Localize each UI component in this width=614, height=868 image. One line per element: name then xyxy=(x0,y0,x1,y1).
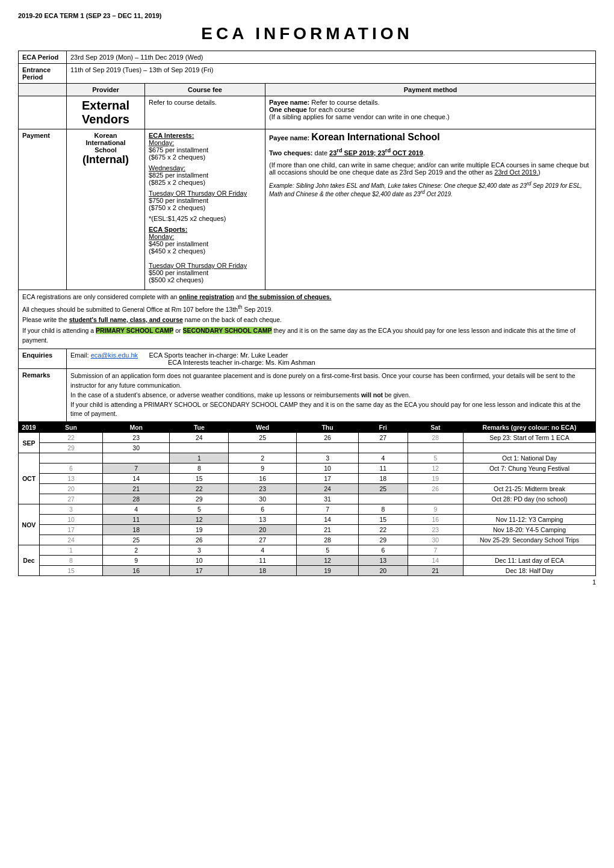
cal-cell xyxy=(229,443,297,453)
oct-row-3: 13 14 15 16 17 18 19 xyxy=(19,474,596,484)
cal-cell: 5 xyxy=(170,504,229,515)
cal-cell: 28 xyxy=(408,433,463,443)
external-vendor-row: External Vendors Refer to course details… xyxy=(19,96,596,129)
cal-remark: Oct 28: PD day (no school) xyxy=(464,494,596,504)
cal-cell: 7 xyxy=(408,545,463,556)
cal-cell: 20 xyxy=(40,484,103,494)
remarks-content: Submission of an application form does n… xyxy=(67,369,596,422)
cal-cell xyxy=(359,443,408,453)
cal-cell: 1 xyxy=(40,545,103,556)
page-number: 1 xyxy=(18,578,596,586)
cal-remark: Nov 11-12: Y3 Camping xyxy=(464,515,596,525)
col-wed: Wed xyxy=(229,423,297,433)
enquiries-label: Enquiries xyxy=(19,349,67,369)
cal-cell: 30 xyxy=(103,443,170,453)
remarks-label: Remarks xyxy=(19,369,67,422)
cal-cell: 17 xyxy=(170,566,229,576)
payment-label: Payment xyxy=(19,129,67,290)
cal-cell xyxy=(170,443,229,453)
cal-cell: 29 xyxy=(359,535,408,545)
col-mon: Mon xyxy=(103,423,170,433)
cal-cell: 10 xyxy=(297,463,359,474)
cal-cell: 13 xyxy=(359,556,408,566)
cal-cell: 24 xyxy=(170,433,229,443)
cal-cell: 3 xyxy=(297,453,359,463)
nov-row-3: 17 18 19 20 21 22 23 Nov 18-20: Y4-5 Cam… xyxy=(19,525,596,535)
oct-row-4: 20 21 22 23 24 25 26 Oct 21-25: Midterm … xyxy=(19,484,596,494)
cal-cell: 31 xyxy=(297,494,359,504)
cal-cell: 18 xyxy=(103,525,170,535)
cal-cell: 25 xyxy=(103,535,170,545)
cal-cell: 12 xyxy=(297,556,359,566)
cal-remark xyxy=(464,443,596,453)
cal-cell: 9 xyxy=(229,463,297,474)
cal-cell: 19 xyxy=(170,525,229,535)
cal-cell: 8 xyxy=(170,463,229,474)
cal-cell: 27 xyxy=(359,433,408,443)
cal-cell: 29 xyxy=(40,443,103,453)
cal-cell: 10 xyxy=(170,556,229,566)
cal-cell xyxy=(297,443,359,453)
cal-cell: 1 xyxy=(170,453,229,463)
cal-cell: 15 xyxy=(170,474,229,484)
cal-cell: 3 xyxy=(40,504,103,515)
col-headers-row: Provider Course fee Payment method xyxy=(19,84,596,96)
cal-remark: Dec 18: Half Day xyxy=(464,566,596,576)
cal-cell: 5 xyxy=(408,453,463,463)
cal-cell: 25 xyxy=(229,433,297,443)
payment-method-header: Payment method xyxy=(265,84,596,96)
cal-cell: 10 xyxy=(40,515,103,525)
col-sun: Sun xyxy=(40,423,103,433)
nov-row-1: NOV 3 4 5 6 7 8 9 xyxy=(19,504,596,515)
entrance-period-label: Entrance Period xyxy=(19,64,67,84)
cal-cell: 11 xyxy=(359,463,408,474)
cal-cell xyxy=(408,443,463,453)
cal-cell: 28 xyxy=(103,494,170,504)
sep-label: SEP xyxy=(19,433,40,453)
dec-row-1: Dec 1 2 3 4 5 6 7 xyxy=(19,545,596,556)
cal-remark: Sep 23: Start of Term 1 ECA xyxy=(464,433,596,443)
col-tue: Tue xyxy=(170,423,229,433)
doc-title: ECA INFORMATION xyxy=(18,24,596,43)
cal-remark: Oct 21-25: Midterm break xyxy=(464,484,596,494)
cal-cell: 29 xyxy=(170,494,229,504)
cal-cell: 19 xyxy=(297,566,359,576)
cal-cell: 5 xyxy=(297,545,359,556)
korean-provider: Korean International School (Internal) xyxy=(67,129,145,290)
cal-cell: 8 xyxy=(40,556,103,566)
col-thu: Thu xyxy=(297,423,359,433)
cal-cell: 16 xyxy=(103,566,170,576)
cal-cell: 26 xyxy=(170,535,229,545)
cal-cell: 27 xyxy=(229,535,297,545)
enquiries-sports: ECA Sports teacher in-charge: Mr. Luke L… xyxy=(149,352,288,359)
cal-cell: 6 xyxy=(359,545,408,556)
cal-cell: 26 xyxy=(297,433,359,443)
oct-label: OCT xyxy=(19,453,40,504)
cal-cell: 20 xyxy=(359,566,408,576)
cal-cell: 25 xyxy=(359,484,408,494)
enquiries-row: Enquiries Email: eca@kis.edu.hk ECA Spor… xyxy=(19,349,596,369)
cal-cell: 30 xyxy=(408,535,463,545)
cal-cell: 14 xyxy=(297,515,359,525)
cal-cell: 26 xyxy=(408,484,463,494)
cal-remark: Oct 1: National Day xyxy=(464,453,596,463)
sep-row-2: 29 30 xyxy=(19,443,596,453)
cal-cell: 24 xyxy=(40,535,103,545)
cal-cell: 17 xyxy=(297,474,359,484)
cal-cell: 22 xyxy=(359,525,408,535)
cal-cell: 4 xyxy=(103,504,170,515)
cal-cell: 19 xyxy=(408,474,463,484)
course-fee-content: ECA Interests: Monday: $675 per installm… xyxy=(145,129,265,290)
cal-cell: 14 xyxy=(408,556,463,566)
cal-cell: 28 xyxy=(297,535,359,545)
enquiries-email-link[interactable]: eca@kis.edu.hk xyxy=(91,352,138,359)
cal-remark xyxy=(464,504,596,515)
cal-cell: 21 xyxy=(103,484,170,494)
dec-label: Dec xyxy=(19,545,40,576)
cal-cell: 6 xyxy=(229,504,297,515)
payment-row: Payment Korean International School (Int… xyxy=(19,129,596,290)
external-vendor-name: External Vendors xyxy=(67,96,145,129)
cal-cell: 11 xyxy=(103,515,170,525)
cal-cell: 16 xyxy=(408,515,463,525)
cal-remark: Dec 11: Last day of ECA xyxy=(464,556,596,566)
